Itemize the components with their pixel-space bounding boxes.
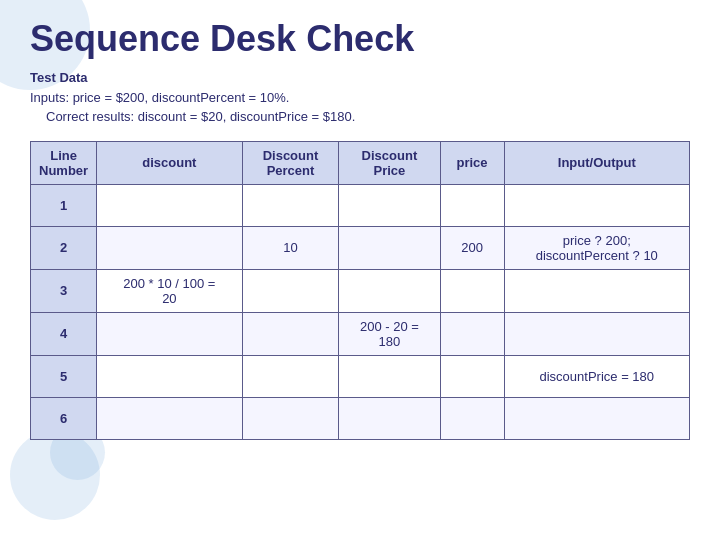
cell-discount-price <box>339 397 440 439</box>
test-data-label: Test Data <box>30 70 88 85</box>
cell-line: 5 <box>31 355 97 397</box>
cell-line: 4 <box>31 312 97 355</box>
table-row: 4200 - 20 =180 <box>31 312 690 355</box>
cell-discount-price <box>339 184 440 226</box>
table-row: 1 <box>31 184 690 226</box>
cell-price: 200 <box>440 226 504 269</box>
test-correct: Correct results: discount = $20, discoun… <box>46 109 355 124</box>
cell-discount <box>97 397 242 439</box>
cell-io <box>504 397 689 439</box>
cell-io: price ? 200;discountPercent ? 10 <box>504 226 689 269</box>
table-row: 210200price ? 200;discountPercent ? 10 <box>31 226 690 269</box>
cell-price <box>440 269 504 312</box>
col-header-discount: discount <box>97 141 242 184</box>
cell-discount-price <box>339 355 440 397</box>
cell-discount <box>97 355 242 397</box>
cell-discount-price <box>339 226 440 269</box>
cell-line: 1 <box>31 184 97 226</box>
cell-discount-percent: 10 <box>242 226 339 269</box>
col-header-io: Input/Output <box>504 141 689 184</box>
cell-io: discountPrice = 180 <box>504 355 689 397</box>
cell-price <box>440 312 504 355</box>
cell-line: 2 <box>31 226 97 269</box>
cell-price <box>440 397 504 439</box>
col-header-discount-price: DiscountPrice <box>339 141 440 184</box>
cell-discount-percent <box>242 184 339 226</box>
desk-check-table: LineNumber discount DiscountPercent Disc… <box>30 141 690 440</box>
col-header-discount-percent: DiscountPercent <box>242 141 339 184</box>
cell-discount-price <box>339 269 440 312</box>
cell-discount-price: 200 - 20 =180 <box>339 312 440 355</box>
cell-price <box>440 355 504 397</box>
test-info: Test Data Inputs: price = $200, discount… <box>30 68 690 127</box>
table-row: 3200 * 10 / 100 =20 <box>31 269 690 312</box>
cell-io <box>504 184 689 226</box>
cell-price <box>440 184 504 226</box>
cell-discount-percent <box>242 269 339 312</box>
cell-discount <box>97 312 242 355</box>
table-row: 5discountPrice = 180 <box>31 355 690 397</box>
cell-discount-percent <box>242 312 339 355</box>
test-inputs: Inputs: price = $200, discountPercent = … <box>30 90 289 105</box>
cell-discount-percent <box>242 397 339 439</box>
cell-io <box>504 312 689 355</box>
cell-discount <box>97 226 242 269</box>
col-header-line: LineNumber <box>31 141 97 184</box>
cell-line: 6 <box>31 397 97 439</box>
table-row: 6 <box>31 397 690 439</box>
cell-discount-percent <box>242 355 339 397</box>
cell-line: 3 <box>31 269 97 312</box>
col-header-price: price <box>440 141 504 184</box>
cell-discount: 200 * 10 / 100 =20 <box>97 269 242 312</box>
page-title: Sequence Desk Check <box>30 18 690 60</box>
cell-discount <box>97 184 242 226</box>
cell-io <box>504 269 689 312</box>
